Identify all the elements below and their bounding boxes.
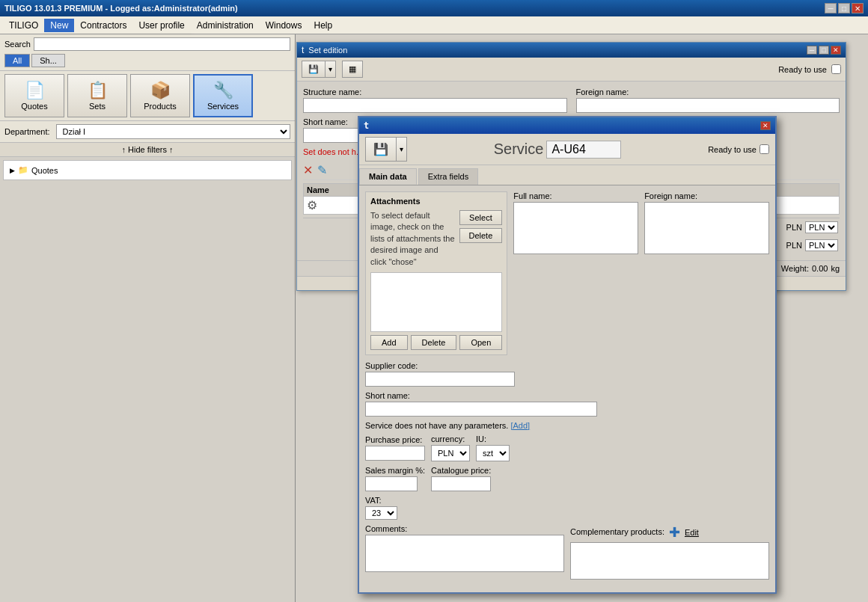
menu-tiligo[interactable]: TILIGO xyxy=(3,19,44,32)
app-title-text: TILIGO 13.01.3 PREMIUM - Logged as:Admin… xyxy=(4,4,238,13)
app-title-bar: TILIGO 13.01.3 PREMIUM - Logged as:Admin… xyxy=(0,0,868,16)
app-title-controls: ─ □ ✕ xyxy=(825,3,864,13)
menu-contractors[interactable]: Contractors xyxy=(74,19,132,32)
app-title: TILIGO 13.01.3 PREMIUM - Logged as:Admin… xyxy=(4,4,238,13)
app-minimize-btn[interactable]: ─ xyxy=(825,3,837,13)
menu-new[interactable]: New xyxy=(44,19,74,32)
menu-user-profile[interactable]: User profile xyxy=(132,19,190,32)
menu-windows[interactable]: Windows xyxy=(260,19,308,32)
menu-bar: TILIGO New Contractors User profile Admi… xyxy=(0,16,868,34)
menu-administration[interactable]: Administration xyxy=(191,19,260,32)
app-maximize-btn[interactable]: □ xyxy=(838,3,850,13)
menu-help[interactable]: Help xyxy=(308,19,338,32)
app-close-btn[interactable]: ✕ xyxy=(852,3,864,13)
